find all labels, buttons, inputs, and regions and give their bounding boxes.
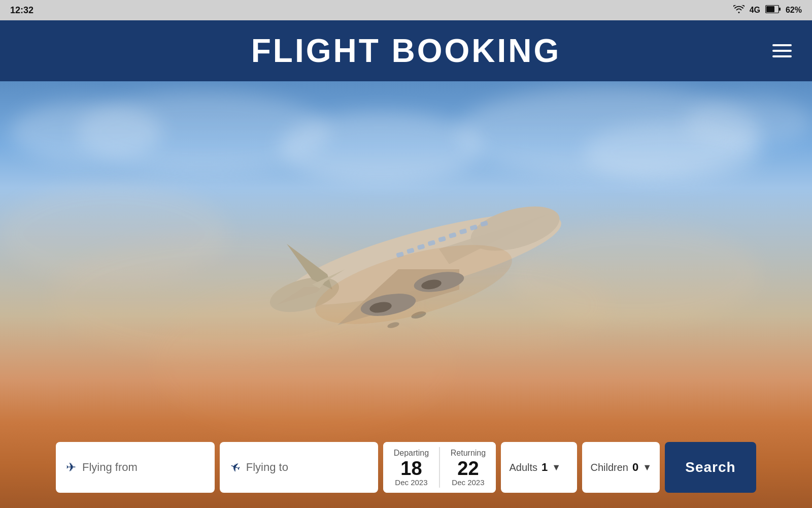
flying-from-placeholder: Flying from [82, 461, 138, 474]
flying-from-field[interactable]: ✈ Flying from [56, 442, 215, 493]
adults-dropdown-icon[interactable]: ▼ [552, 462, 561, 473]
flying-to-placeholder: Flying to [246, 461, 288, 474]
menu-line-1 [772, 44, 792, 46]
children-count: 0 [632, 461, 638, 474]
menu-line-3 [772, 55, 792, 57]
children-label: Children [590, 462, 628, 473]
battery-icon [765, 5, 781, 15]
menu-line-2 [772, 50, 792, 52]
search-button[interactable]: Search [665, 442, 756, 493]
status-right: 4G 62% [733, 5, 802, 15]
returning-month: Dec 2023 [452, 478, 484, 487]
svg-rect-1 [766, 6, 774, 12]
flying-to-icon: ✈ [228, 459, 242, 475]
departing-label: Departing [394, 449, 429, 458]
hamburger-menu-button[interactable] [772, 44, 792, 57]
wifi-icon [733, 5, 745, 15]
search-bar: ✈ Flying from ✈ Flying to Departing 18 D… [56, 442, 756, 493]
network-type: 4G [750, 6, 760, 15]
battery-percent: 62% [786, 6, 802, 15]
hero-section: ✈ Flying from ✈ Flying to Departing 18 D… [0, 81, 812, 508]
adults-count: 1 [542, 461, 548, 474]
page-title: FLIGHT BOOKING [251, 32, 561, 70]
time-display: 12:32 [10, 5, 33, 16]
adults-field[interactable]: Adults 1 ▼ [501, 442, 577, 493]
children-field[interactable]: Children 0 ▼ [582, 442, 660, 493]
departing-field[interactable]: Departing 18 Dec 2023 [383, 442, 439, 493]
status-bar: 12:32 4G 62% [0, 0, 812, 20]
returning-label: Returning [451, 449, 486, 458]
date-group[interactable]: Departing 18 Dec 2023 Returning 22 Dec 2… [383, 442, 496, 493]
flying-to-field[interactable]: ✈ Flying to [220, 442, 379, 493]
returning-day: 22 [457, 459, 479, 478]
adults-label: Adults [509, 462, 537, 473]
departing-month: Dec 2023 [395, 478, 427, 487]
airplane-image [246, 132, 601, 386]
svg-rect-2 [779, 8, 781, 11]
children-dropdown-icon[interactable]: ▼ [642, 462, 652, 473]
flying-from-icon: ✈ [66, 460, 76, 474]
departing-day: 18 [400, 459, 422, 478]
app-header: FLIGHT BOOKING [0, 20, 812, 81]
svg-point-25 [387, 321, 400, 329]
returning-field[interactable]: Returning 22 Dec 2023 [440, 442, 496, 493]
